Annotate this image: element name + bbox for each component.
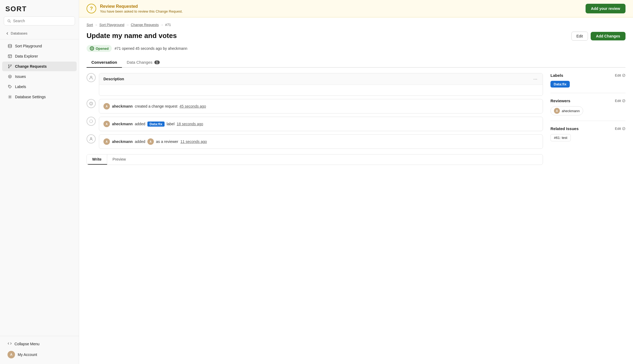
sidebar-item-database-settings[interactable]: Database Settings (2, 92, 77, 102)
sidebar: SORT Databases Sort Playground (0, 0, 79, 364)
compose-tabs: Write Preview (87, 154, 543, 165)
tab-conversation[interactable]: Conversation (87, 57, 122, 68)
reviewers-section: Reviewers Edit A aheck (550, 98, 625, 121)
svg-point-10 (9, 76, 10, 77)
sidebar-item-label: Sort Playground (15, 44, 42, 48)
related-issue-label: #61: test (554, 136, 567, 140)
page-title: Update my name and votes (87, 32, 177, 40)
status-row: Opened #71 opened 45 seconds ago by ahec… (87, 45, 625, 52)
settings-icon (8, 94, 12, 99)
description-card-header: Description ··· (99, 73, 543, 85)
account-label: My Account (18, 352, 37, 357)
labels-title: Labels (550, 73, 563, 78)
search-icon (7, 19, 11, 23)
activity-created: A aheckmann created a change request 45 … (99, 99, 543, 113)
activity-icon-created (87, 99, 96, 108)
svg-point-14 (91, 48, 92, 49)
reviewers-edit-label: Edit (615, 99, 621, 103)
activity-icon-reviewer (87, 134, 96, 143)
avatar-aheckmann-2: A (103, 121, 110, 127)
avatar: A (8, 351, 15, 358)
review-banner-text: Review Requested You have been asked to … (100, 4, 183, 13)
svg-line-22 (623, 75, 624, 76)
related-issues-edit-label: Edit (615, 127, 621, 131)
description-card: Description ··· (99, 73, 543, 96)
svg-point-2 (8, 44, 12, 46)
status-label: Opened (96, 47, 109, 51)
avatar-reviewer: A (147, 138, 154, 145)
breadcrumb-change-requests[interactable]: Change Requests (131, 23, 159, 27)
activity-row-created: A aheckmann created a change request 45 … (87, 99, 543, 113)
sidebar-item-labels[interactable]: Labels (2, 82, 77, 92)
activity-action-2: added (135, 122, 145, 126)
sidebar-item-change-requests[interactable]: Change Requests (2, 62, 77, 71)
search-input[interactable] (13, 19, 72, 23)
review-banner-title: Review Requested (100, 4, 183, 9)
svg-point-6 (8, 65, 9, 66)
main-content: ? Review Requested You have been asked t… (79, 0, 633, 364)
add-review-button[interactable]: Add your review (586, 4, 625, 13)
page-header-actions: Edit Add Changes (571, 32, 625, 41)
svg-line-1 (10, 21, 10, 22)
breadcrumb-sep-3: → (160, 23, 163, 27)
svg-point-19 (90, 120, 92, 123)
chevron-left-icon (5, 32, 9, 35)
activity-label-badge: Data:fix (147, 122, 165, 127)
related-issues-edit-button[interactable]: Edit (615, 127, 625, 131)
sidebar-item-data-explorer[interactable]: Data Explorer (2, 51, 77, 61)
my-account-button[interactable]: A My Account (2, 348, 77, 361)
preview-tab[interactable]: Preview (107, 154, 131, 165)
sidebar-item-sort-playground[interactable]: Sort Playground (2, 41, 77, 51)
reviewers-section-header: Reviewers Edit (550, 98, 625, 103)
svg-point-20 (90, 138, 92, 139)
search-box[interactable] (4, 16, 75, 25)
tab-data-changes[interactable]: Data Changes 1 (122, 57, 165, 68)
svg-point-12 (9, 96, 11, 98)
status-meta: #71 opened 45 seconds ago by aheckmann (114, 46, 187, 51)
add-changes-button[interactable]: Add Changes (591, 32, 625, 40)
related-issue-61: #61: test (550, 134, 571, 141)
related-issues-header: Related Issues Edit (550, 126, 625, 131)
databases-collapse[interactable]: Databases (0, 29, 79, 37)
main-column: Description ··· (87, 73, 543, 165)
opened-icon (90, 46, 94, 51)
labels-edit-button[interactable]: Edit (615, 73, 625, 77)
collapse-menu-button[interactable]: Collapse Menu (2, 339, 77, 348)
reviewer-name: aheckmann (562, 109, 580, 113)
reviewers-edit-button[interactable]: Edit (615, 99, 625, 103)
description-more-button[interactable]: ··· (532, 77, 538, 81)
tabs: Conversation Data Changes 1 (87, 57, 625, 68)
svg-point-8 (8, 67, 9, 68)
reviewers-title: Reviewers (550, 98, 570, 103)
svg-point-9 (8, 75, 11, 78)
labels-section-header: Labels Edit (550, 73, 625, 78)
activity-user-1: aheckmann (112, 104, 133, 108)
git-branch-icon (8, 64, 12, 69)
activity-time-3: 11 seconds ago (180, 139, 207, 144)
description-card-body (99, 85, 543, 96)
breadcrumb-sep-2: → (126, 23, 129, 27)
avatar-aheckmann-1: A (103, 103, 110, 109)
description-title: Description (103, 77, 124, 81)
sidebar-item-issues[interactable]: Issues (2, 72, 77, 81)
activity-action-3: added (135, 139, 145, 144)
edit-button[interactable]: Edit (571, 32, 588, 41)
sidebar-item-label: Data Explorer (15, 54, 38, 58)
activity-label-added: A aheckmann added Data:fix label 18 seco… (99, 117, 543, 131)
activity-time-1: 45 seconds ago (180, 104, 206, 108)
tag-icon (8, 84, 12, 89)
data-changes-badge: 1 (154, 60, 160, 64)
activity-as-reviewer: as a reviewer (156, 139, 178, 144)
pencil-icon-reviewers (622, 99, 625, 103)
description-user-icon (87, 73, 96, 82)
breadcrumb: Sort → Sort Playground → Change Requests… (87, 23, 625, 27)
related-issues-section: Related Issues Edit #61: test (550, 126, 625, 147)
breadcrumb-sort-playground[interactable]: Sort Playground (99, 23, 124, 27)
breadcrumb-sort[interactable]: Sort (87, 23, 93, 27)
review-banner-left: ? Review Requested You have been asked t… (87, 4, 183, 13)
write-tab[interactable]: Write (87, 154, 107, 165)
activity-row-label: A aheckmann added Data:fix label 18 seco… (87, 117, 543, 131)
reviewer-avatar: A (554, 108, 560, 114)
avatar-aheckmann-3: A (103, 138, 110, 145)
review-banner-subtitle: You have been asked to review this Chang… (100, 9, 183, 13)
